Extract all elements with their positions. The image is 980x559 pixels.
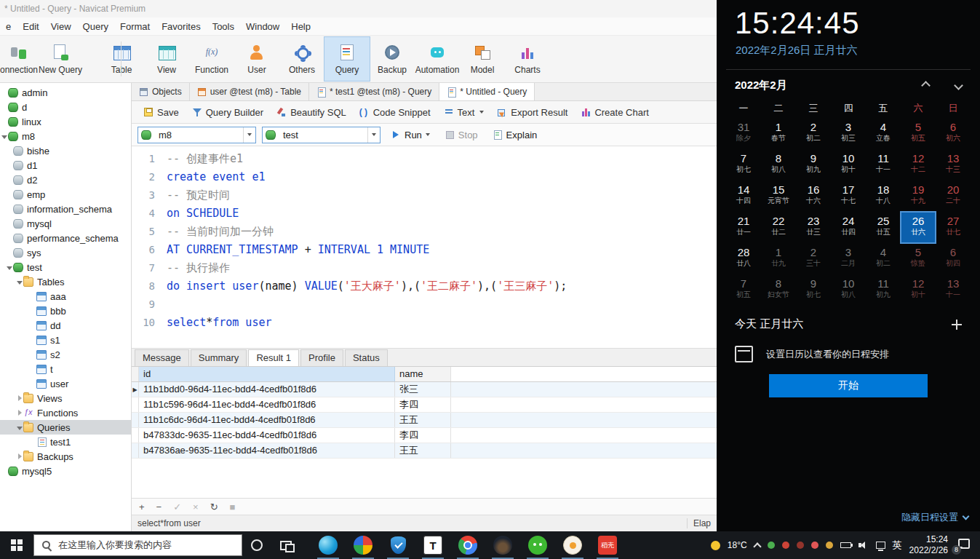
result-tab[interactable]: Status — [345, 349, 388, 366]
table-row[interactable]: b47836ae-9635-11ec-bdd4-4cedfb01f8d6 王五 — [132, 443, 717, 459]
calendar-day[interactable]: 3 二月 — [831, 243, 866, 274]
tray-status-icon[interactable] — [782, 542, 789, 549]
tree-expand-icon[interactable] — [29, 289, 36, 304]
document-tab[interactable]: * Untitled - Query — [439, 83, 535, 100]
toolbar-button[interactable]: Charts — [505, 37, 550, 81]
sql-editor[interactable]: 1 -- 创建事件e1 2 create event e1 3 -- 预定时间 … — [132, 146, 717, 349]
cortana-button[interactable] — [242, 531, 271, 559]
tree-expand-icon[interactable] — [16, 274, 23, 289]
calendar-day[interactable]: 7 初五 — [726, 274, 761, 306]
cell-id[interactable]: 11b1c6dc-96d4-11ec-bdd4-4cedfb01f8d6 — [139, 413, 395, 427]
tree-expand-icon[interactable] — [16, 391, 23, 405]
query-tool-button[interactable]: Save — [139, 103, 183, 121]
tree-expand-icon[interactable] — [6, 231, 13, 245]
cell-name[interactable]: 李四 — [395, 397, 451, 412]
tree-expand-icon[interactable] — [1, 100, 8, 114]
tree-item[interactable]: bbb — [0, 304, 131, 318]
tree-item[interactable]: information_schema — [0, 202, 131, 216]
calendar-day[interactable]: 12 初十 — [901, 274, 936, 306]
document-tab[interactable]: Objects — [132, 83, 190, 100]
tree-expand-icon[interactable] — [6, 143, 13, 158]
calendar-day[interactable]: 23 廿三 — [796, 212, 831, 243]
calendar-day[interactable]: 20 二十 — [936, 181, 971, 212]
record-tool-icon[interactable]: × — [193, 501, 199, 512]
calendar-day[interactable]: 8 初八 — [761, 149, 796, 181]
table-row[interactable]: ▶ 11b1bdd0-96d4-11ec-bdd4-4cedfb01f8d6 张… — [132, 382, 717, 397]
calendar-day[interactable]: 10 初八 — [831, 274, 866, 306]
connection-select[interactable]: m8 — [138, 127, 256, 143]
tree-item[interactable]: aaa — [0, 289, 131, 304]
taskbar-app-button[interactable] — [450, 531, 485, 559]
tree-expand-icon[interactable] — [6, 245, 13, 260]
cell-name[interactable]: 李四 — [395, 428, 451, 443]
column-header-name[interactable]: name — [395, 367, 451, 381]
tree-item[interactable]: d1 — [0, 158, 131, 173]
run-button[interactable]: Run — [386, 126, 434, 143]
menu-item[interactable]: Query — [77, 21, 114, 32]
tree-item[interactable]: dd — [0, 318, 131, 333]
tree-expand-icon[interactable] — [1, 114, 8, 129]
tree-item[interactable]: sys — [0, 245, 131, 260]
cell-name[interactable]: 张三 — [395, 382, 451, 397]
cell-id[interactable]: b47836ae-9635-11ec-bdd4-4cedfb01f8d6 — [139, 443, 395, 458]
result-tab[interactable]: Profile — [300, 349, 343, 366]
calendar-day[interactable]: 5 惊蛰 — [901, 243, 936, 274]
battery-icon[interactable] — [840, 542, 851, 548]
calendar-day[interactable]: 4 初二 — [866, 243, 901, 274]
tree-item[interactable]: admin — [0, 85, 131, 100]
record-tool-icon[interactable]: ✓ — [173, 501, 181, 512]
tree-item[interactable]: mysql5 — [0, 464, 131, 478]
cell-id[interactable]: b47833dc-9635-11ec-bdd4-4cedfb01f8d6 — [139, 428, 395, 443]
menu-item[interactable]: View — [45, 21, 77, 32]
tree-item[interactable]: bishe — [0, 143, 131, 158]
calendar-day[interactable]: 8 妇女节 — [761, 274, 796, 306]
task-view-button[interactable] — [271, 531, 300, 559]
tree-item[interactable]: user — [0, 376, 131, 391]
cell-name[interactable]: 王五 — [395, 443, 451, 458]
taskbar-app-button[interactable] — [346, 531, 381, 559]
document-tab[interactable]: * test1 @test (m8) - Query — [309, 83, 439, 100]
table-row[interactable]: 11b1c6dc-96d4-11ec-bdd4-4cedfb01f8d6 王五 — [132, 413, 717, 428]
chevron-down-icon[interactable] — [243, 127, 255, 143]
record-tool-icon[interactable]: + — [139, 501, 145, 512]
calendar-day[interactable]: 12 十二 — [901, 149, 936, 181]
tree-item[interactable]: t — [0, 362, 131, 376]
query-tool-button[interactable]: Code Snippet — [355, 103, 435, 121]
tree-item[interactable]: test1 — [0, 435, 131, 449]
result-tab[interactable]: Message — [135, 349, 189, 366]
toolbar-button[interactable]: Others — [279, 37, 324, 81]
start-button[interactable] — [0, 531, 33, 559]
tree-item[interactable]: test — [0, 260, 131, 274]
taskbar-app-button[interactable] — [381, 531, 415, 559]
menu-item[interactable]: Edit — [17, 21, 44, 32]
toolbar-button[interactable]: Automation — [415, 37, 460, 81]
query-tool-button[interactable]: Text — [439, 103, 489, 121]
tree-expand-icon[interactable] — [1, 464, 8, 478]
tree-item[interactable]: mysql — [0, 216, 131, 231]
tree-expand-icon[interactable] — [16, 405, 23, 420]
calendar-day[interactable]: 28 廿八 — [726, 243, 761, 274]
tree-expand-icon[interactable] — [6, 158, 13, 173]
taskbar-app-button[interactable] — [520, 531, 555, 559]
tree-expand-icon[interactable] — [29, 435, 36, 449]
volume-icon[interactable] — [859, 541, 869, 550]
calendar-day[interactable]: 3 初三 — [831, 118, 866, 149]
result-tab[interactable]: Summary — [191, 349, 247, 366]
tree-expand-icon[interactable] — [1, 85, 8, 100]
tree-item[interactable]: s2 — [0, 347, 131, 362]
calendar-prev-icon[interactable] — [921, 81, 931, 90]
tray-status-icon[interactable] — [768, 542, 775, 549]
language-indicator[interactable]: 英 — [893, 539, 902, 552]
hide-agenda-link[interactable]: 隐藏日程设置 — [901, 511, 968, 524]
query-tool-button[interactable]: Create Chart — [576, 103, 653, 121]
toolbar-button[interactable]: Table — [99, 37, 144, 81]
tray-status-icon[interactable] — [811, 542, 818, 549]
calendar-day[interactable]: 1 春节 — [761, 118, 796, 149]
tray-expand-icon[interactable] — [753, 542, 761, 550]
tray-status-icon[interactable] — [797, 542, 804, 549]
calendar-day[interactable]: 6 初四 — [936, 243, 971, 274]
calendar-day[interactable]: 11 初九 — [866, 274, 901, 306]
menu-item[interactable]: e — [0, 21, 17, 32]
calendar-next-icon[interactable] — [954, 81, 963, 90]
chevron-down-icon[interactable] — [367, 127, 380, 143]
